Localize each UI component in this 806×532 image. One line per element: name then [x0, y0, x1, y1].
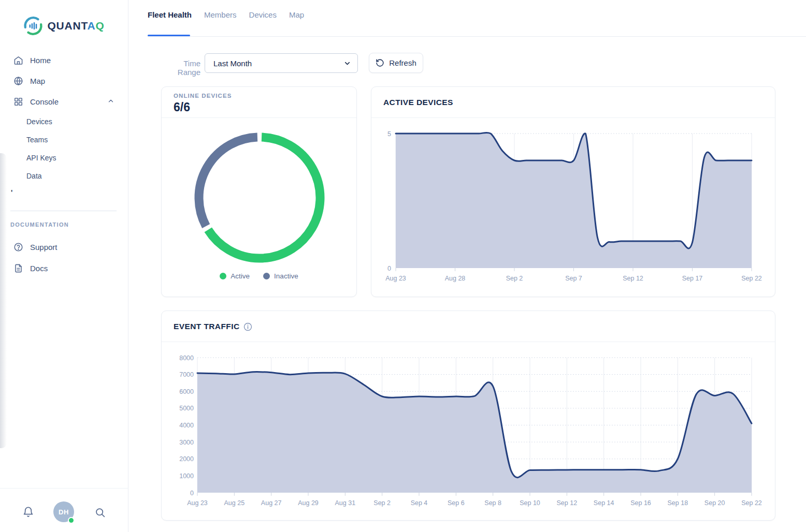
- x-tick-label: Aug 27: [261, 499, 282, 507]
- y-tick-label: 5000: [179, 405, 194, 412]
- x-tick-label: Sep 2: [506, 275, 523, 282]
- info-icon[interactable]: [243, 322, 252, 331]
- refresh-button[interactable]: Refresh: [369, 53, 423, 73]
- truncated-text-fragment: ': [11, 188, 12, 197]
- card-header: ONLINE DEVICES 6/6: [162, 87, 356, 118]
- area-fill: [396, 132, 752, 268]
- x-tick-label: Sep 8: [484, 499, 501, 507]
- x-tick-label: Sep 18: [668, 499, 688, 507]
- active-devices-card: ACTIVE DEVICES Aug 23Aug 28Sep 2Sep 7Sep…: [371, 86, 775, 297]
- trend-line: [396, 132, 752, 248]
- document-icon: [13, 263, 23, 273]
- x-tick-label: Sep 7: [565, 275, 582, 282]
- chevron-up-icon[interactable]: [107, 97, 114, 106]
- y-tick-label: 2000: [179, 455, 194, 463]
- x-tick-label: Sep 20: [704, 499, 725, 507]
- card-header: ACTIVE DEVICES: [371, 87, 775, 118]
- sidebar-item-label: Home: [30, 56, 51, 65]
- time-range-select-wrap: Last Month: [205, 53, 358, 73]
- tab-devices[interactable]: Devices: [249, 10, 277, 21]
- y-tick-label: 0: [387, 265, 391, 272]
- refresh-icon: [376, 58, 384, 67]
- legend-item-inactive: Inactive: [263, 272, 298, 280]
- y-tick-label: 4000: [179, 422, 194, 429]
- brand-wordmark: QUANTAQ: [47, 20, 104, 32]
- legend-dot-active: [220, 273, 226, 279]
- x-tick-label: Sep 22: [741, 275, 762, 282]
- sidebar-item-data[interactable]: Data: [0, 167, 128, 185]
- tab-fleet-health[interactable]: Fleet Health: [148, 10, 192, 21]
- active-devices-chart: Aug 23Aug 28Sep 2Sep 7Sep 12Sep 17Sep 22…: [371, 87, 776, 298]
- online-status-dot: [68, 517, 75, 524]
- sidebar: QUANTAQ Home Map Console Devices Teams A…: [0, 0, 128, 532]
- area-fill: [197, 372, 752, 493]
- brand-logo[interactable]: QUANTAQ: [0, 16, 128, 36]
- x-tick-label: Aug 29: [298, 499, 319, 507]
- time-range-select[interactable]: Last Month: [205, 53, 358, 73]
- x-tick-label: Aug 23: [385, 275, 406, 282]
- main-content: Fleet Health Members Devices Map Time Ra…: [129, 0, 806, 532]
- legend-item-active: Active: [220, 272, 250, 280]
- x-tick-label: Sep 4: [411, 499, 428, 507]
- tab-map[interactable]: Map: [289, 10, 304, 21]
- donut-segment-inactive: [199, 137, 257, 226]
- documentation-section-label: DOCUMENTATION: [10, 221, 69, 228]
- event-traffic-title: EVENT TRAFFIC: [174, 322, 252, 331]
- legend-dot-inactive: [263, 273, 270, 279]
- y-tick-label: 1000: [179, 472, 194, 480]
- x-tick-label: Sep 17: [682, 275, 703, 282]
- x-tick-label: Sep 6: [448, 499, 465, 507]
- quantaq-logo-icon: [23, 16, 43, 36]
- donut-legend: Active Inactive: [162, 272, 356, 280]
- x-tick-label: Aug 31: [335, 499, 356, 507]
- sidebar-item-home[interactable]: Home: [0, 50, 128, 70]
- notifications-bell-icon[interactable]: [22, 506, 34, 520]
- tab-bar: Fleet Health Members Devices Map: [148, 10, 304, 21]
- x-tick-label: Aug 23: [187, 499, 208, 507]
- x-tick-label: Sep 10: [520, 499, 540, 507]
- online-devices-value: 6/6: [174, 100, 190, 114]
- active-devices-title: ACTIVE DEVICES: [383, 98, 453, 107]
- card-header: EVENT TRAFFIC: [162, 311, 775, 342]
- y-tick-label: 5: [387, 130, 391, 138]
- y-tick-label: 6000: [179, 388, 194, 395]
- sidebar-divider: [10, 211, 117, 211]
- y-tick-label: 8000: [179, 354, 194, 362]
- sidebar-item-label: Map: [30, 77, 45, 85]
- y-tick-label: 7000: [179, 371, 194, 378]
- sidebar-item-label: Console: [30, 97, 59, 106]
- sidebar-item-console[interactable]: Console: [0, 91, 128, 112]
- x-tick-label: Sep 12: [557, 499, 578, 507]
- online-devices-card: ONLINE DEVICES 6/6 Active Inactive: [161, 86, 357, 297]
- online-devices-label: ONLINE DEVICES: [174, 93, 232, 99]
- x-tick-label: Sep 12: [623, 275, 643, 282]
- sidebar-footer-divider: [0, 488, 128, 489]
- sidebar-item-api-keys[interactable]: API Keys: [0, 149, 128, 167]
- tab-members[interactable]: Members: [204, 10, 237, 21]
- home-icon: [13, 55, 23, 65]
- sidebar-item-teams[interactable]: Teams: [0, 130, 128, 149]
- sidebar-item-support[interactable]: Support: [0, 237, 128, 257]
- sidebar-item-label: Support: [30, 243, 57, 252]
- search-icon[interactable]: [95, 507, 106, 520]
- event-traffic-card: EVENT TRAFFIC Aug 23Aug 25Aug 27Aug 29Au…: [161, 311, 775, 521]
- help-circle-icon: [13, 242, 23, 252]
- x-tick-label: Aug 25: [224, 499, 245, 507]
- online-devices-donut-chart: [162, 87, 357, 298]
- y-tick-label: 0: [190, 490, 194, 497]
- sidebar-item-devices[interactable]: Devices: [0, 112, 128, 130]
- sidebar-item-docs[interactable]: Docs: [0, 258, 128, 278]
- tab-bar-divider: [148, 36, 806, 37]
- donut-segment-active: [208, 137, 320, 258]
- sidebar-item-map[interactable]: Map: [0, 70, 128, 91]
- y-tick-label: 3000: [179, 439, 194, 446]
- trend-line: [197, 372, 752, 478]
- x-tick-label: Sep 22: [741, 499, 762, 507]
- event-traffic-chart: Aug 23Aug 25Aug 27Aug 29Aug 31Sep 2Sep 4…: [162, 311, 776, 521]
- time-range-label: Time Range: [159, 59, 200, 77]
- x-tick-label: Aug 28: [445, 275, 466, 282]
- sidebar-item-label: Docs: [30, 264, 48, 273]
- x-tick-label: Sep 16: [630, 499, 651, 507]
- grid-icon: [13, 97, 23, 107]
- x-tick-label: Sep 2: [373, 499, 391, 507]
